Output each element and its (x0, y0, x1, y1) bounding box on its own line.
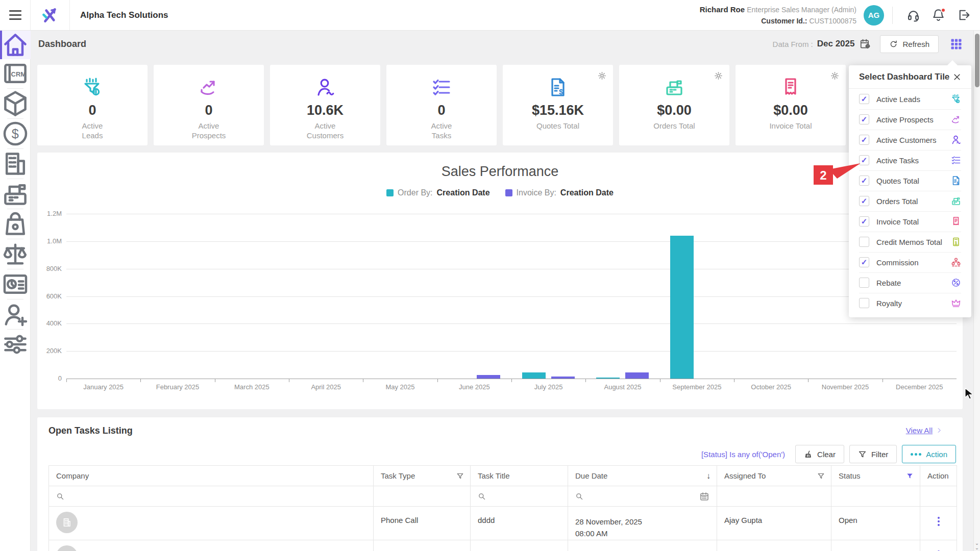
sidebar-item-pricing[interactable]: $ (0, 119, 31, 148)
checkbox[interactable] (859, 135, 869, 145)
y-axis-tick-label: 0 (37, 374, 62, 382)
tasks-checklist-icon (431, 77, 452, 97)
x-axis-tick-label: September 2025 (658, 383, 735, 391)
checkbox[interactable] (859, 298, 869, 308)
col-action[interactable]: Action (920, 466, 957, 486)
user-info: Richard Roe Enterprise Sales Manager (Ad… (700, 4, 856, 27)
x-axis-tick-label: January 2025 (65, 383, 142, 391)
checkbox[interactable] (859, 257, 869, 267)
sidebar-divider (7, 299, 23, 299)
tasks-checklist-icon (951, 155, 961, 165)
calendar-picker-icon[interactable] (860, 38, 871, 49)
open-tasks-title: Open Tasks Listing (48, 425, 133, 436)
tile-value: $0.00 (773, 103, 808, 118)
chart-bar (596, 378, 620, 379)
company-search-input[interactable] (68, 492, 366, 500)
hamburger-menu-icon[interactable] (0, 0, 30, 30)
sidebar-divider (7, 148, 23, 149)
sidebar-item-add-user[interactable] (0, 300, 31, 329)
sidebar-item-reports[interactable] (0, 270, 31, 298)
gear-icon[interactable] (597, 71, 607, 81)
annotation-badge-2: 2 (812, 160, 868, 192)
tile-active-customers: 10.6K Active Customers (270, 65, 380, 145)
panel-item-orders-total[interactable]: Orders Total (849, 191, 971, 211)
sort-descending-icon[interactable]: ↓ (706, 471, 710, 481)
tile-label: Active Prospects (192, 121, 226, 141)
sidebar-item-crm[interactable]: CRM (0, 59, 31, 88)
dashboard-tiles-grid-icon[interactable] (950, 38, 963, 51)
col-due-date[interactable]: Due Date ↓ (568, 466, 717, 486)
close-icon[interactable] (953, 73, 961, 81)
due-date-search-input[interactable] (587, 492, 695, 500)
checkbox[interactable] (859, 94, 869, 104)
row-menu-icon[interactable] (927, 516, 949, 526)
refresh-button[interactable]: Refresh (880, 35, 939, 53)
gear-icon[interactable] (714, 71, 723, 81)
panel-item-commission[interactable]: Commission (849, 252, 971, 272)
logout-icon[interactable] (957, 8, 970, 22)
kpi-tiles-row: 0 Active Leads 0 Active Prospects 10.6K … (37, 65, 846, 145)
col-task-type[interactable]: Task Type (374, 466, 471, 486)
x-axis-tickmark (734, 379, 734, 382)
column-filter-icon[interactable] (817, 472, 825, 480)
notifications-bell-icon[interactable] (932, 8, 945, 22)
col-status[interactable]: Status (831, 466, 920, 486)
sidebar-item-ledger[interactable] (0, 240, 31, 268)
col-task-title[interactable]: Task Title (471, 466, 568, 486)
scrollbar-down-arrow[interactable]: ⌄⌄ (974, 541, 980, 550)
sidebar-item-accounts[interactable] (0, 149, 31, 178)
panel-item-active-customers[interactable]: Active Customers (849, 130, 971, 150)
task-title-search-input[interactable] (490, 492, 560, 500)
sidebar-item-purchases[interactable] (0, 210, 31, 238)
search-icon (575, 492, 583, 500)
panel-item-invoice-total[interactable]: Invoice Total (849, 211, 971, 232)
legend-order-by[interactable]: Order By: Creation Date (386, 188, 490, 197)
page-scrollbar[interactable]: ⌄⌄ (973, 31, 980, 551)
sidebar-item-sales[interactable] (0, 180, 31, 208)
chart-gridline (66, 323, 957, 324)
panel-item-royalty[interactable]: Royalty (849, 293, 971, 313)
col-assigned-to[interactable]: Assigned To (717, 466, 831, 486)
column-filter-icon[interactable] (456, 472, 464, 480)
action-button[interactable]: Action (902, 445, 956, 463)
view-all-link[interactable]: View All (906, 426, 942, 435)
legend-invoice-by[interactable]: Invoice By: Creation Date (505, 188, 614, 197)
x-axis-tickmark (289, 379, 289, 382)
sidebar-item-settings[interactable] (0, 330, 31, 359)
filter-button[interactable]: Filter (849, 445, 897, 463)
company-name: Alpha Tech Solutions (80, 10, 168, 20)
checkbox[interactable] (859, 278, 869, 288)
gear-icon[interactable] (830, 71, 840, 81)
tasks-table: Company Task Type Task Title Due Date ↓ … (48, 465, 957, 551)
x-axis-tick-label: March 2025 (213, 383, 290, 391)
panel-item-credit-memos-total[interactable]: Credit Memos Total $ (849, 232, 971, 252)
active-filter-icon[interactable] (906, 472, 914, 480)
scrollbar-thumb[interactable] (975, 34, 979, 87)
clear-button[interactable]: Clear (795, 445, 844, 463)
page-bar: Dashboard Data From : Dec 2025 Refresh (31, 31, 980, 57)
chevron-right-icon (937, 428, 942, 433)
company-avatar (56, 545, 78, 551)
sidebar-item-products[interactable] (0, 89, 31, 118)
checkbox[interactable] (859, 196, 869, 206)
sidebar-item-home[interactable] (0, 31, 31, 59)
checkbox[interactable] (859, 216, 869, 227)
calendar-icon[interactable] (699, 491, 709, 502)
tile-label: Active Leads (82, 121, 103, 141)
avatar[interactable]: AG (864, 5, 884, 26)
x-axis-tick-label: November 2025 (807, 383, 884, 391)
tile-active-tasks: 0 Active Tasks (386, 65, 497, 145)
panel-item-active-prospects[interactable]: Active Prospects (849, 109, 971, 130)
checkbox[interactable] (859, 114, 869, 124)
leads-funnel-icon (82, 77, 103, 97)
leads-funnel-icon (951, 94, 961, 104)
checkbox[interactable] (859, 237, 869, 247)
chart-bar (670, 236, 694, 379)
notification-dot (941, 8, 946, 13)
panel-item-active-leads[interactable]: Active Leads (849, 89, 971, 109)
col-company[interactable]: Company (49, 466, 374, 486)
panel-item-rebate[interactable]: Rebate (849, 272, 971, 293)
table-row: 121 AURORA HEALTH CARE CENTRAL Send Emai… (49, 540, 957, 551)
support-headset-icon[interactable] (906, 8, 920, 22)
sidebar-divider (7, 179, 23, 179)
